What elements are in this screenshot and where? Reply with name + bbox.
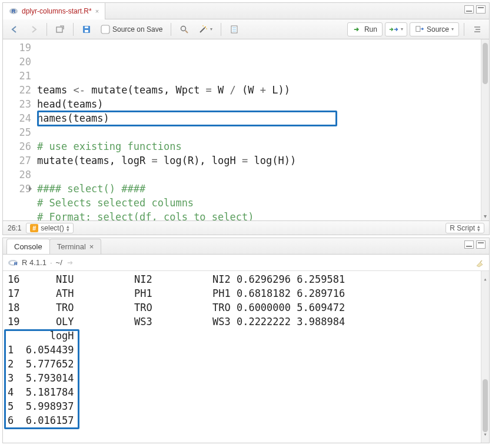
svg-rect-5	[85, 26, 88, 28]
section-chip[interactable]: # select() ▴▾	[26, 223, 73, 233]
editor-tabbar: R dplyr-columns-start.R* ×	[3, 3, 489, 19]
r-path-label: ~/	[56, 258, 62, 267]
scroll-up-arrow[interactable]: ▴	[481, 272, 489, 286]
svg-line-9	[200, 28, 205, 32]
filetype-label: R Script	[450, 224, 475, 232]
file-tab-label: dplyr-columns-start.R*	[22, 7, 92, 15]
arrow-left-icon	[10, 25, 19, 34]
svg-rect-4	[85, 30, 88, 32]
section-label: select()	[41, 224, 64, 232]
section-updown-icon: ▴▾	[67, 225, 69, 232]
separator	[464, 23, 464, 36]
source-icon	[415, 25, 424, 34]
vertical-scrollbar[interactable]: ▴ ▾	[481, 39, 489, 220]
editor-window-controls	[464, 5, 486, 14]
show-in-new-window-button[interactable]	[52, 23, 68, 36]
r-path-separator: ·	[50, 258, 52, 267]
console-tabbar: Console Terminal ×	[3, 238, 489, 255]
source-editor[interactable]: 1920212223242526272829 teams <- mutate(t…	[3, 39, 489, 220]
filetype-updown-icon: ▴▾	[477, 225, 480, 232]
go-to-dir-icon[interactable]	[66, 258, 75, 268]
r-logo-icon: R	[8, 259, 18, 267]
r-version-label: R 4.1.1	[22, 258, 46, 267]
console-pane: Console Terminal × R R 4.1.1 · ~/ 16 NIU…	[2, 238, 490, 443]
svg-point-10	[205, 26, 206, 28]
minimize-icon[interactable]	[464, 240, 474, 249]
popout-icon	[55, 25, 65, 34]
terminal-tab[interactable]: Terminal ×	[49, 239, 102, 254]
checkbox-icon	[101, 25, 110, 34]
scrollbar-thumb[interactable]	[483, 43, 488, 84]
r-file-icon: R	[9, 6, 18, 16]
console-text: 16 NIU NI2 NI2 0.6296296 6.259581 17 ATH…	[8, 272, 481, 442]
notebook-icon	[230, 25, 239, 34]
run-button[interactable]: Run	[347, 22, 383, 36]
console-tab[interactable]: Console	[6, 239, 50, 254]
search-icon	[179, 25, 189, 34]
scrollbar-thumb[interactable]	[483, 379, 488, 432]
svg-point-11	[203, 25, 204, 26]
editor-statusbar: 26:1 # select() ▴▾ R Script ▴▾	[3, 220, 489, 235]
line-gutter: 1920212223242526272829	[3, 39, 37, 220]
cursor-position: 26:1	[8, 224, 21, 232]
minimize-icon[interactable]	[464, 5, 474, 14]
separator	[73, 23, 74, 36]
maximize-icon[interactable]	[476, 5, 486, 14]
svg-text:R: R	[12, 8, 16, 14]
source-label: Source	[427, 25, 449, 34]
console-tab-label: Console	[14, 242, 42, 251]
editor-pane: R dplyr-columns-start.R* ×	[2, 2, 490, 235]
source-on-save-label: Source on Save	[112, 25, 162, 34]
code-area[interactable]: teams <- mutate(teams, Wpct = W / (W + L…	[37, 39, 481, 220]
scroll-down-arrow[interactable]: ▾	[481, 213, 489, 219]
compile-report-button[interactable]	[226, 23, 242, 36]
svg-rect-2	[56, 27, 62, 32]
svg-line-8	[185, 31, 188, 33]
file-tab[interactable]: R dplyr-columns-start.R* ×	[3, 3, 105, 19]
rerun-button[interactable]: ▾	[385, 22, 407, 36]
clear-console-icon[interactable]	[475, 258, 484, 268]
run-label: Run	[364, 25, 377, 34]
svg-point-12	[207, 28, 208, 29]
separator	[221, 23, 221, 36]
source-on-save-checkbox[interactable]: Source on Save	[97, 23, 166, 36]
svg-rect-6	[101, 25, 109, 34]
save-button[interactable]	[78, 23, 95, 36]
forward-button[interactable]	[25, 23, 42, 36]
code-tools-button[interactable]: ▾	[195, 23, 216, 36]
outline-icon	[473, 25, 482, 34]
arrow-right-icon	[29, 25, 38, 34]
separator	[46, 23, 47, 36]
svg-point-7	[181, 26, 186, 31]
outline-button[interactable]	[469, 23, 486, 36]
maximize-icon[interactable]	[476, 240, 486, 249]
find-button[interactable]	[176, 23, 192, 36]
close-icon[interactable]: ×	[89, 242, 94, 251]
scroll-down-arrow[interactable]: ▾	[481, 427, 489, 442]
console-info-bar: R R 4.1.1 · ~/	[3, 255, 489, 271]
rerun-icon	[389, 25, 398, 34]
svg-rect-17	[416, 26, 420, 31]
filetype-chip[interactable]: R Script ▴▾	[446, 223, 484, 233]
run-icon	[353, 25, 362, 34]
console-output[interactable]: 16 NIU NI2 NI2 0.6296296 6.259581 17 ATH…	[3, 271, 489, 443]
section-hash-icon: #	[30, 224, 38, 232]
console-window-controls	[464, 240, 486, 249]
wand-icon	[198, 25, 208, 34]
source-button[interactable]: Source ▾	[410, 22, 459, 36]
separator	[171, 23, 171, 36]
svg-text:R: R	[14, 261, 18, 266]
save-icon	[82, 25, 91, 34]
close-icon[interactable]: ×	[95, 8, 99, 15]
console-scrollbar[interactable]: ▴ ▾	[481, 271, 489, 443]
editor-toolbar: Source on Save ▾ Run	[3, 19, 489, 39]
terminal-tab-label: Terminal	[57, 242, 86, 251]
back-button[interactable]	[6, 23, 23, 36]
